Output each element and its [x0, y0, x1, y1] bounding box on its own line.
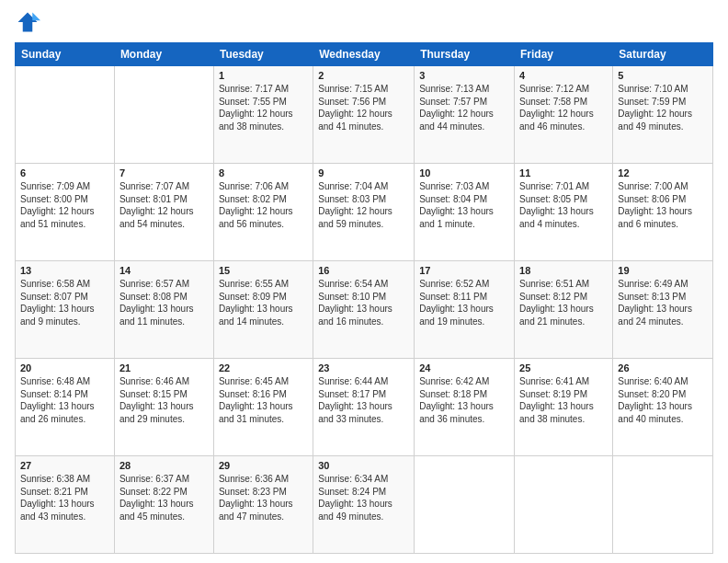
calendar-cell: 25Sunrise: 6:41 AMSunset: 8:19 PMDayligh…	[515, 359, 613, 456]
day-info: Sunrise: 6:48 AMSunset: 8:14 PMDaylight:…	[20, 375, 109, 425]
day-number: 29	[219, 460, 308, 471]
day-info: Sunrise: 7:04 AMSunset: 8:03 PMDaylight:…	[318, 180, 409, 230]
weekday-header-row: SundayMondayTuesdayWednesdayThursdayFrid…	[16, 43, 713, 66]
logo-icon	[15, 9, 40, 35]
calendar-cell: 1Sunrise: 7:17 AMSunset: 7:55 PMDaylight…	[213, 66, 313, 164]
day-info: Sunrise: 7:10 AMSunset: 7:59 PMDaylight:…	[618, 83, 708, 132]
weekday-header-wednesday: Wednesday	[313, 43, 415, 66]
day-number: 30	[318, 460, 409, 471]
calendar-cell: 22Sunrise: 6:45 AMSunset: 8:16 PMDayligh…	[213, 359, 313, 456]
calendar-cell: 4Sunrise: 7:12 AMSunset: 7:58 PMDaylight…	[515, 66, 613, 164]
day-number: 27	[20, 460, 109, 471]
day-info: Sunrise: 6:42 AMSunset: 8:18 PMDaylight:…	[419, 375, 509, 425]
calendar-cell: 12Sunrise: 7:00 AMSunset: 8:06 PMDayligh…	[613, 164, 713, 261]
day-number: 7	[119, 167, 209, 178]
calendar-cell: 2Sunrise: 7:15 AMSunset: 7:56 PMDaylight…	[313, 66, 415, 164]
calendar-cell: 8Sunrise: 7:06 AMSunset: 8:02 PMDaylight…	[213, 164, 313, 261]
calendar-cell: 11Sunrise: 7:01 AMSunset: 8:05 PMDayligh…	[515, 164, 613, 261]
weekday-header-friday: Friday	[515, 43, 613, 66]
calendar-cell: 23Sunrise: 6:44 AMSunset: 8:17 PMDayligh…	[313, 359, 415, 456]
calendar-cell: 29Sunrise: 6:36 AMSunset: 8:23 PMDayligh…	[213, 456, 313, 554]
day-info: Sunrise: 6:57 AMSunset: 8:08 PMDaylight:…	[119, 278, 209, 327]
day-number: 25	[519, 362, 608, 373]
day-info: Sunrise: 6:44 AMSunset: 8:17 PMDaylight:…	[318, 375, 409, 425]
day-info: Sunrise: 7:01 AMSunset: 8:05 PMDaylight:…	[519, 180, 608, 230]
day-info: Sunrise: 7:03 AMSunset: 8:04 PMDaylight:…	[419, 180, 509, 230]
day-info: Sunrise: 6:34 AMSunset: 8:24 PMDaylight:…	[318, 473, 409, 523]
weekday-header-tuesday: Tuesday	[213, 43, 313, 66]
header	[15, 9, 713, 35]
day-number: 5	[618, 70, 708, 81]
day-info: Sunrise: 7:15 AMSunset: 7:56 PMDaylight:…	[318, 83, 409, 132]
calendar-cell: 24Sunrise: 6:42 AMSunset: 8:18 PMDayligh…	[415, 359, 515, 456]
calendar-cell: 10Sunrise: 7:03 AMSunset: 8:04 PMDayligh…	[415, 164, 515, 261]
day-number: 6	[20, 167, 109, 178]
week-row-4: 20Sunrise: 6:48 AMSunset: 8:14 PMDayligh…	[16, 359, 713, 456]
day-number: 22	[219, 362, 308, 373]
logo	[15, 9, 44, 35]
day-number: 8	[219, 167, 308, 178]
day-info: Sunrise: 6:49 AMSunset: 8:13 PMDaylight:…	[618, 278, 708, 327]
calendar-cell	[515, 456, 613, 554]
day-number: 3	[419, 70, 509, 81]
day-info: Sunrise: 6:58 AMSunset: 8:07 PMDaylight:…	[20, 278, 109, 327]
calendar-cell: 9Sunrise: 7:04 AMSunset: 8:03 PMDaylight…	[313, 164, 415, 261]
calendar-cell: 28Sunrise: 6:37 AMSunset: 8:22 PMDayligh…	[114, 456, 213, 554]
calendar-cell: 26Sunrise: 6:40 AMSunset: 8:20 PMDayligh…	[613, 359, 713, 456]
day-info: Sunrise: 6:52 AMSunset: 8:11 PMDaylight:…	[419, 278, 509, 327]
day-number: 14	[119, 265, 209, 276]
calendar-cell	[415, 456, 515, 554]
calendar-cell: 20Sunrise: 6:48 AMSunset: 8:14 PMDayligh…	[16, 359, 115, 456]
svg-marker-1	[32, 13, 40, 21]
day-number: 9	[318, 167, 409, 178]
day-number: 18	[519, 265, 608, 276]
day-number: 12	[618, 167, 708, 178]
day-info: Sunrise: 7:09 AMSunset: 8:00 PMDaylight:…	[20, 180, 109, 230]
day-info: Sunrise: 6:38 AMSunset: 8:21 PMDaylight:…	[20, 473, 109, 523]
day-info: Sunrise: 6:51 AMSunset: 8:12 PMDaylight:…	[519, 278, 608, 327]
calendar-cell	[114, 66, 213, 164]
calendar-cell	[16, 66, 115, 164]
calendar-cell: 17Sunrise: 6:52 AMSunset: 8:11 PMDayligh…	[415, 261, 515, 359]
calendar-table: SundayMondayTuesdayWednesdayThursdayFrid…	[15, 42, 713, 554]
week-row-5: 27Sunrise: 6:38 AMSunset: 8:21 PMDayligh…	[16, 456, 713, 554]
weekday-header-monday: Monday	[114, 43, 213, 66]
week-row-1: 1Sunrise: 7:17 AMSunset: 7:55 PMDaylight…	[16, 66, 713, 164]
calendar-cell: 19Sunrise: 6:49 AMSunset: 8:13 PMDayligh…	[613, 261, 713, 359]
weekday-header-sunday: Sunday	[16, 43, 115, 66]
day-info: Sunrise: 7:00 AMSunset: 8:06 PMDaylight:…	[618, 180, 708, 230]
day-number: 23	[318, 362, 409, 373]
calendar-cell: 14Sunrise: 6:57 AMSunset: 8:08 PMDayligh…	[114, 261, 213, 359]
day-info: Sunrise: 6:55 AMSunset: 8:09 PMDaylight:…	[219, 278, 308, 327]
day-info: Sunrise: 7:12 AMSunset: 7:58 PMDaylight:…	[519, 83, 608, 132]
calendar-cell: 18Sunrise: 6:51 AMSunset: 8:12 PMDayligh…	[515, 261, 613, 359]
day-number: 24	[419, 362, 509, 373]
calendar-cell	[613, 456, 713, 554]
calendar-cell: 6Sunrise: 7:09 AMSunset: 8:00 PMDaylight…	[16, 164, 115, 261]
day-number: 2	[318, 70, 409, 81]
weekday-header-saturday: Saturday	[613, 43, 713, 66]
week-row-2: 6Sunrise: 7:09 AMSunset: 8:00 PMDaylight…	[16, 164, 713, 261]
day-number: 4	[519, 70, 608, 81]
calendar-cell: 27Sunrise: 6:38 AMSunset: 8:21 PMDayligh…	[16, 456, 115, 554]
day-number: 17	[419, 265, 509, 276]
day-number: 15	[219, 265, 308, 276]
day-info: Sunrise: 6:45 AMSunset: 8:16 PMDaylight:…	[219, 375, 308, 425]
day-info: Sunrise: 7:07 AMSunset: 8:01 PMDaylight:…	[119, 180, 209, 230]
weekday-header-thursday: Thursday	[415, 43, 515, 66]
day-info: Sunrise: 7:17 AMSunset: 7:55 PMDaylight:…	[219, 83, 308, 132]
day-number: 28	[119, 460, 209, 471]
day-info: Sunrise: 7:06 AMSunset: 8:02 PMDaylight:…	[219, 180, 308, 230]
day-info: Sunrise: 6:37 AMSunset: 8:22 PMDaylight:…	[119, 473, 209, 523]
calendar-cell: 5Sunrise: 7:10 AMSunset: 7:59 PMDaylight…	[613, 66, 713, 164]
day-info: Sunrise: 6:54 AMSunset: 8:10 PMDaylight:…	[318, 278, 409, 327]
calendar-page: SundayMondayTuesdayWednesdayThursdayFrid…	[0, 0, 728, 563]
week-row-3: 13Sunrise: 6:58 AMSunset: 8:07 PMDayligh…	[16, 261, 713, 359]
day-number: 10	[419, 167, 509, 178]
day-info: Sunrise: 7:13 AMSunset: 7:57 PMDaylight:…	[419, 83, 509, 132]
calendar-cell: 30Sunrise: 6:34 AMSunset: 8:24 PMDayligh…	[313, 456, 415, 554]
day-info: Sunrise: 6:36 AMSunset: 8:23 PMDaylight:…	[219, 473, 308, 523]
day-number: 20	[20, 362, 109, 373]
calendar-cell: 7Sunrise: 7:07 AMSunset: 8:01 PMDaylight…	[114, 164, 213, 261]
calendar-cell: 13Sunrise: 6:58 AMSunset: 8:07 PMDayligh…	[16, 261, 115, 359]
